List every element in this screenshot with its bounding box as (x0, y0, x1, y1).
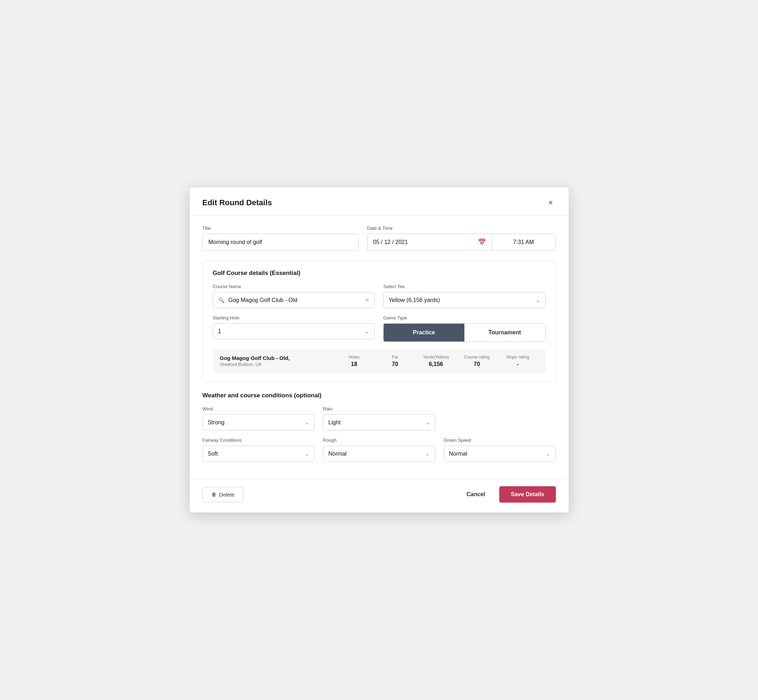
delete-button[interactable]: 🗑 Delete (202, 487, 243, 502)
rough-value: Normal (329, 451, 425, 457)
clear-icon[interactable]: ✕ (365, 297, 370, 303)
green-speed-value: Normal (449, 451, 546, 457)
holes-label: Holes (334, 355, 375, 359)
starting-hole-label: Starting Hole (213, 315, 375, 320)
tournament-button[interactable]: Tournament (464, 324, 545, 341)
yards-stat: Yards(Yellow) 6,156 (416, 355, 457, 367)
rain-value: Light (329, 419, 425, 426)
game-type-group: Game Type Practice Tournament (383, 315, 545, 342)
par-value: 70 (375, 361, 416, 367)
trash-icon: 🗑 (211, 492, 216, 497)
wind-rain-row: Wind Strong ⌄ Rain Light ⌄ (202, 406, 556, 430)
starting-hole-gametype-row: Starting Hole 1 ⌄ Game Type Practice Tou… (213, 315, 545, 342)
chevron-down-icon-rain: ⌄ (425, 419, 430, 426)
modal-title: Edit Round Details (202, 198, 272, 207)
close-button[interactable]: × (545, 197, 556, 208)
rough-dropdown[interactable]: Normal ⌄ (323, 446, 435, 462)
course-name-input[interactable]: 🔍 Gog Magog Golf Club - Old ✕ (213, 292, 375, 308)
golf-course-section: Golf Course details (Essential) Course N… (202, 261, 556, 382)
wind-dropdown[interactable]: Strong ⌄ (202, 414, 315, 430)
date-input[interactable]: 05 / 12 / 2021 📅 (367, 234, 492, 251)
rain-group: Rain Light ⌄ (323, 406, 435, 430)
course-name-tee-row: Course Name 🔍 Gog Magog Golf Club - Old … (213, 284, 545, 308)
datetime-fields: 05 / 12 / 2021 📅 7:31 AM (367, 234, 556, 251)
chevron-down-icon-hole: ⌄ (365, 328, 370, 335)
select-tee-label: Select Tee (383, 284, 545, 289)
search-icon: 🔍 (218, 297, 225, 303)
time-value: 7:31 AM (499, 239, 548, 245)
yards-value: 6,156 (416, 361, 457, 367)
footer-right: Cancel Save Details (459, 486, 556, 503)
weather-section: Weather and course conditions (optional)… (202, 392, 556, 462)
title-input[interactable] (202, 234, 359, 251)
slope-rating-stat: Slope rating - (498, 355, 539, 367)
slope-rating-label: Slope rating (498, 355, 539, 359)
fairway-rough-green-row: Fairway Conditions Soft ⌄ Rough Normal ⌄… (202, 438, 556, 462)
datetime-field-group: Date & Time 05 / 12 / 2021 📅 7:31 AM (367, 225, 556, 251)
starting-hole-value: 1 (218, 328, 365, 335)
cancel-button[interactable]: Cancel (459, 487, 492, 502)
course-section-title: Golf Course details (Essential) (213, 270, 545, 277)
delete-label: Delete (219, 492, 235, 498)
yards-label: Yards(Yellow) (416, 355, 457, 359)
course-rating-label: Course rating (457, 355, 498, 359)
fairway-label: Fairway Conditions (202, 438, 315, 443)
rain-dropdown[interactable]: Light ⌄ (323, 414, 435, 430)
game-type-toggle: Practice Tournament (383, 323, 545, 342)
wind-value: Strong (208, 419, 305, 426)
course-name-label: Course Name (213, 284, 375, 289)
wind-label: Wind (202, 406, 315, 411)
course-rating-stat: Course rating 70 (457, 355, 498, 367)
chevron-down-icon-fairway: ⌄ (305, 450, 309, 457)
modal-header: Edit Round Details × (190, 188, 568, 216)
course-info-row: Gog Magog Golf Club - Old, Shelford Bott… (213, 349, 545, 373)
select-tee-group: Select Tee Yellow (6,156 yards) ⌄ (383, 284, 545, 308)
fairway-value: Soft (208, 451, 305, 457)
chevron-down-icon-rough: ⌄ (425, 450, 430, 457)
date-value: 05 / 12 / 2021 (373, 239, 475, 245)
datetime-label: Date & Time (367, 225, 556, 231)
starting-hole-dropdown[interactable]: 1 ⌄ (213, 323, 375, 339)
rough-label: Rough (323, 438, 435, 443)
course-name-group: Course Name 🔍 Gog Magog Golf Club - Old … (213, 284, 375, 308)
course-name-block: Gog Magog Golf Club - Old, Shelford Bott… (220, 355, 334, 367)
calendar-icon: 📅 (478, 238, 486, 246)
green-speed-dropdown[interactable]: Normal ⌄ (444, 446, 556, 462)
holes-value: 18 (334, 361, 375, 367)
modal-body: Title Date & Time 05 / 12 / 2021 📅 7:31 … (190, 216, 568, 479)
slope-rating-value: - (498, 361, 539, 367)
save-button[interactable]: Save Details (499, 486, 556, 503)
chevron-down-icon: ⌄ (536, 297, 540, 303)
game-type-label: Game Type (383, 315, 545, 320)
title-label: Title (202, 225, 359, 231)
weather-section-title: Weather and course conditions (optional) (202, 392, 556, 399)
starting-hole-group: Starting Hole 1 ⌄ (213, 315, 375, 342)
select-tee-dropdown[interactable]: Yellow (6,156 yards) ⌄ (383, 292, 545, 308)
rain-label: Rain (323, 406, 435, 411)
chevron-down-icon-wind: ⌄ (305, 419, 309, 426)
course-name-value: Gog Magog Golf Club - Old (229, 297, 362, 303)
holes-stat: Holes 18 (334, 355, 375, 367)
course-rating-value: 70 (457, 361, 498, 367)
course-info-name: Gog Magog Golf Club - Old, (220, 355, 334, 361)
wind-group: Wind Strong ⌄ (202, 406, 315, 430)
par-stat: Par 70 (375, 355, 416, 367)
course-info-location: Shelford Bottom, UK (220, 362, 334, 367)
time-input[interactable]: 7:31 AM (492, 234, 556, 251)
edit-round-modal: Edit Round Details × Title Date & Time 0… (190, 188, 568, 512)
practice-button[interactable]: Practice (384, 324, 464, 341)
fairway-group: Fairway Conditions Soft ⌄ (202, 438, 315, 462)
rough-group: Rough Normal ⌄ (323, 438, 435, 462)
fairway-dropdown[interactable]: Soft ⌄ (202, 446, 315, 462)
green-speed-label: Green Speed (444, 438, 556, 443)
select-tee-value: Yellow (6,156 yards) (388, 297, 536, 303)
green-speed-group: Green Speed Normal ⌄ (444, 438, 556, 462)
title-field-group: Title (202, 225, 359, 251)
top-row: Title Date & Time 05 / 12 / 2021 📅 7:31 … (202, 225, 556, 251)
chevron-down-icon-green: ⌄ (546, 450, 551, 457)
modal-footer: 🗑 Delete Cancel Save Details (190, 479, 568, 512)
par-label: Par (375, 355, 416, 359)
